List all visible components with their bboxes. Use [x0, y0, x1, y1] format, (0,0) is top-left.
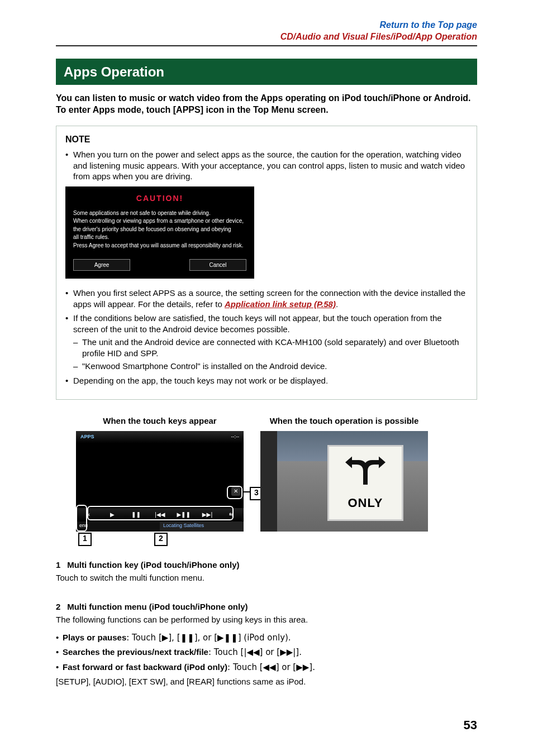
- header-rule: [56, 45, 477, 46]
- note-item-2: When you first select APPS as a source, …: [65, 288, 468, 309]
- numbered-heading-1: 1 Multi function key (iPod touch/iPhone …: [56, 559, 477, 571]
- figure-left-caption: When the touch keys appear: [76, 415, 244, 427]
- header-links: Return to the Top page CD/Audio and Visu…: [56, 20, 477, 43]
- note-box: NOTE When you turn on the power and sele…: [56, 126, 477, 400]
- numbered-desc-2: The following functions can be performed…: [56, 614, 477, 625]
- road-sign: ONLY: [327, 445, 403, 521]
- photo-sidebar: [260, 431, 277, 532]
- function-other: [SETUP], [AUDIO], [EXT SW], and [REAR] f…: [56, 676, 477, 687]
- function-list: Plays or pauses: Touch [▶], [❚❚], or [▶❚…: [56, 632, 477, 673]
- section-breadcrumb: CD/Audio and Visual Files/iPod/App Opera…: [280, 32, 477, 41]
- pause-button[interactable]: ❚❚: [126, 511, 146, 518]
- intro-text: You can listen to music or watch video f…: [56, 93, 477, 116]
- note-item-3-sub2: "Kenwood Smartphone Control" is installe…: [73, 361, 468, 372]
- figure-right-caption: When the touch operation is possible: [260, 415, 428, 427]
- play-button[interactable]: ▶: [102, 511, 123, 518]
- page-number: 53: [464, 717, 477, 734]
- callout-2: 2: [154, 533, 168, 546]
- multi-function-key[interactable]: ⇆: [221, 511, 241, 518]
- application-link-setup-link[interactable]: Application link setup (P.58): [225, 299, 336, 309]
- caution-screenshot: CAUTION! Some applications are not safe …: [65, 186, 254, 279]
- apps-screenshot: APPS --:-- ✕ « ▶ ❚❚ |◀◀ ▶❚❚ ▶▶| ⇆: [76, 431, 244, 532]
- function-play-pause: Plays or pauses: Touch [▶], [❚❚], or [▶❚…: [56, 632, 477, 644]
- caution-body: Some applications are not safe to operat…: [73, 210, 246, 250]
- navigation-photo: ONLY: [260, 431, 428, 532]
- note-heading: NOTE: [65, 134, 468, 146]
- caution-title: CAUTION!: [73, 193, 246, 203]
- prev-track-button[interactable]: |◀◀: [150, 511, 170, 518]
- apps-source-label: APPS: [80, 434, 94, 441]
- sign-text: ONLY: [348, 495, 383, 511]
- clock-placeholder: --:--: [231, 434, 240, 441]
- figure-touch-keys: When the touch keys appear APPS --:-- ✕ …: [76, 415, 244, 532]
- expand-icon[interactable]: «: [78, 511, 99, 518]
- note-item-3-sub1: The unit and the Android device are conn…: [73, 337, 468, 358]
- numbered-heading-2: 2 Multi function menu (iPod touch/iPhone…: [56, 601, 477, 613]
- callout-1: 1: [78, 533, 92, 546]
- figure-touch-operation: When the touch operation is possible ONL…: [260, 415, 428, 532]
- agree-button[interactable]: Agree: [73, 259, 130, 271]
- function-fast-forward: Fast forward or fast backward (iPod only…: [56, 662, 477, 673]
- function-search-track: Searches the previous/next track/file: T…: [56, 647, 477, 658]
- numbered-desc-1: Touch to switch the multi function menu.: [56, 572, 477, 583]
- note-item-4: Depending on the app, the touch keys may…: [65, 375, 468, 386]
- status-gps: Locating Satellites: [160, 521, 244, 532]
- status-menu[interactable]: enu: [76, 521, 160, 532]
- note-item-1: When you turn on the power and select ap…: [65, 149, 468, 182]
- note-item-3: If the conditions below are satisfied, t…: [65, 313, 468, 372]
- play-pause-button[interactable]: ▶❚❚: [173, 511, 194, 518]
- section-title-bar: Apps Operation: [56, 59, 477, 85]
- cancel-button[interactable]: Cancel: [189, 259, 246, 271]
- next-track-button[interactable]: ▶▶|: [197, 511, 218, 518]
- top-page-link[interactable]: Return to the Top page: [379, 20, 477, 30]
- multi-function-menu[interactable]: « ▶ ❚❚ |◀◀ ▶❚❚ ▶▶| ⇆: [76, 508, 244, 521]
- close-icon[interactable]: ✕: [231, 487, 240, 496]
- arrow-icon: [343, 454, 388, 491]
